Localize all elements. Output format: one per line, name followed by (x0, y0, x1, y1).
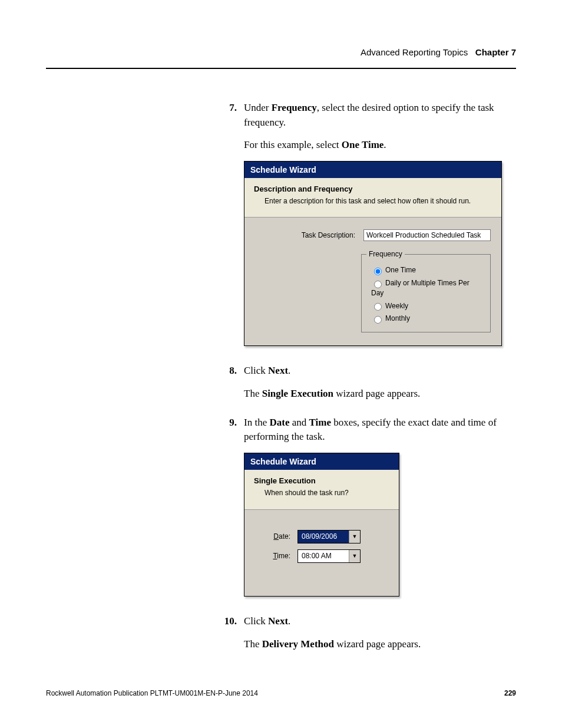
text-bold: Next (268, 615, 288, 627)
page: Advanced Reporting Topics Chapter 7 7. U… (0, 0, 562, 728)
time-combobox[interactable]: 08:00 AM ▼ (297, 549, 361, 563)
step-body: In the Date and Time boxes, specify the … (244, 416, 513, 609)
text-bold: Frequency (272, 102, 317, 113)
text: The (244, 638, 262, 650)
text: . (288, 615, 290, 627)
step-body: Under Frequency, select the desired opti… (244, 101, 513, 358)
step-7: 7. Under Frequency, select the desired o… (217, 101, 513, 358)
text: wizard page appears. (334, 638, 421, 650)
dialog-titlebar: Schedule Wizard (244, 162, 501, 178)
header-rule (46, 68, 516, 69)
date-label-accel: D (273, 532, 279, 541)
dialog-header: Description and Frequency Enter a descri… (244, 178, 501, 218)
date-row: Date: 08/09/2006 ▼ (255, 530, 388, 543)
dialog-header-subtitle: Enter a description for this task and se… (265, 196, 492, 206)
text-bold: Single Execution (262, 388, 333, 399)
step-number: 9. (217, 416, 244, 609)
radio-weekly[interactable] (374, 303, 382, 311)
dialog-titlebar: Schedule Wizard (244, 453, 399, 470)
frequency-legend: Frequency (366, 249, 405, 259)
step-number: 8. (217, 364, 244, 409)
task-description-label: Task Description: (255, 230, 363, 241)
frequency-option-weekly[interactable]: Weekly (371, 301, 481, 311)
content-column: 7. Under Frequency, select the desired o… (217, 101, 513, 660)
radio-label: One Time (385, 266, 416, 274)
dialog-header-subtitle: When should the task run? (265, 488, 389, 498)
date-combobox[interactable]: 08/09/2006 ▼ (297, 530, 361, 543)
text: wizard page appears. (333, 388, 420, 399)
radio-label: Monthly (385, 314, 410, 322)
radio-daily[interactable] (374, 281, 382, 288)
step-body: Click Next. The Delivery Method wizard p… (244, 614, 513, 660)
text: Click (244, 615, 268, 627)
time-label: Time: (255, 551, 297, 561)
text-bold: One Time (342, 139, 384, 150)
frequency-option-monthly[interactable]: Monthly (371, 314, 481, 324)
time-value: 08:00 AM (298, 550, 349, 562)
step-8: 8. Click Next. The Single Execution wiza… (217, 364, 513, 409)
text: For this example, select (244, 139, 342, 150)
dialog-body: Date: 08/09/2006 ▼ Time: 08:00 AM ▼ (244, 510, 399, 597)
date-value: 08/09/2006 (298, 531, 349, 543)
dialog-header-title: Description and Frequency (254, 184, 492, 195)
page-footer: Rockwell Automation Publication PLTMT-UM… (46, 689, 516, 697)
text-bold: Time (309, 417, 330, 428)
text: . (384, 139, 386, 150)
text: . (288, 365, 290, 376)
frequency-group: Frequency One Time Daily or Multiple Tim… (361, 254, 491, 332)
footer-publication: Rockwell Automation Publication PLTMT-UM… (46, 689, 258, 697)
text-bold: Next (268, 365, 288, 376)
header-section: Advanced Reporting Topics (361, 47, 468, 57)
radio-label: Daily or Multiple Times Per Day (371, 279, 470, 297)
text: Under (244, 102, 272, 113)
dropdown-button[interactable]: ▼ (349, 531, 360, 543)
radio-monthly[interactable] (374, 316, 382, 324)
dialog-header: Single Execution When should the task ru… (244, 470, 399, 509)
text: Click (244, 365, 268, 376)
text: The (244, 388, 262, 399)
step-9: 9. In the Date and Time boxes, specify t… (217, 416, 513, 609)
radio-label: Weekly (385, 302, 408, 310)
time-row: Time: 08:00 AM ▼ (255, 549, 388, 563)
step-number: 7. (217, 101, 244, 358)
date-label: Date: (255, 532, 297, 542)
text-bold: Delivery Method (262, 638, 334, 650)
text: and (289, 417, 309, 428)
step-body: Click Next. The Single Execution wizard … (244, 364, 513, 409)
dropdown-button[interactable]: ▼ (349, 550, 360, 562)
text-bold: Date (269, 417, 289, 428)
step-10: 10. Click Next. The Delivery Method wiza… (217, 614, 513, 660)
dialog-body: Task Description: Frequency One Time Dai… (244, 218, 501, 345)
radio-one-time[interactable] (374, 268, 382, 275)
text: In the (244, 417, 269, 428)
page-header: Advanced Reporting Topics Chapter 7 (46, 35, 516, 68)
time-label-rest: ime: (277, 552, 290, 560)
header-chapter: Chapter 7 (475, 47, 516, 57)
task-description-row: Task Description: (255, 229, 491, 241)
dialog-header-title: Single Execution (254, 476, 389, 487)
schedule-wizard-dialog-2: Schedule Wizard Single Execution When sh… (244, 453, 399, 597)
date-label-rest: ate: (279, 532, 290, 541)
frequency-option-one-time[interactable]: One Time (371, 265, 481, 275)
task-description-input[interactable] (363, 229, 491, 241)
step-number: 10. (217, 614, 244, 660)
schedule-wizard-dialog-1: Schedule Wizard Description and Frequenc… (244, 161, 502, 346)
footer-page-number: 229 (504, 689, 516, 697)
frequency-option-daily[interactable]: Daily or Multiple Times Per Day (371, 278, 481, 299)
